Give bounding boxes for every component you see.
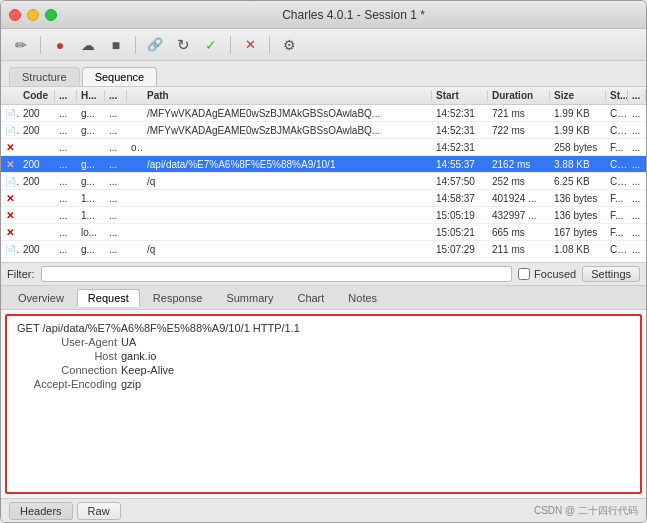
row-start: 15:05:21 bbox=[432, 227, 488, 238]
delete-icon[interactable]: ✕ bbox=[238, 34, 262, 56]
row-dots2: ... bbox=[105, 176, 127, 187]
tab-structure[interactable]: Structure bbox=[9, 67, 80, 86]
close-button[interactable] bbox=[9, 9, 21, 21]
toolbar: ✏ ● ☁ ■ 🔗 ↻ ✓ ✕ ⚙ bbox=[1, 29, 646, 61]
row-icon: 📄 bbox=[1, 244, 19, 255]
row-dots2: ... bbox=[105, 210, 127, 221]
row-status: F... bbox=[606, 210, 628, 221]
stop-icon[interactable]: ■ bbox=[104, 34, 128, 56]
header-val-accept-encoding: gzip bbox=[121, 378, 141, 390]
tab-notes[interactable]: Notes bbox=[337, 289, 388, 307]
table-row[interactable]: 📄 200 ... g... ... /q 15:07:29 211 ms 1.… bbox=[1, 241, 646, 258]
title-bar: Charles 4.0.1 - Session 1 * bbox=[1, 1, 646, 29]
row-duration: 432997 ... bbox=[488, 210, 550, 221]
row-duration: 721 ms bbox=[488, 108, 550, 119]
table-row[interactable]: ✕ ... ... o... 14:52:31 258 bytes F... .… bbox=[1, 139, 646, 156]
header-val-user-agent: UA bbox=[121, 336, 136, 348]
toolbar-separator-3 bbox=[230, 36, 231, 54]
maximize-button[interactable] bbox=[45, 9, 57, 21]
row-path: /MFYwVKADAgEAME0wSzBJMAkGBSsOAwlaBQ... bbox=[143, 108, 432, 119]
header-key-host: Host bbox=[17, 350, 117, 362]
link-icon[interactable]: 🔗 bbox=[143, 34, 167, 56]
filter-input[interactable] bbox=[41, 266, 513, 282]
tab-response[interactable]: Response bbox=[142, 289, 214, 307]
row-h: 1... bbox=[77, 193, 105, 204]
row-duration: 2162 ms bbox=[488, 159, 550, 170]
tab-raw[interactable]: Raw bbox=[77, 502, 121, 520]
row-status: F... bbox=[606, 227, 628, 238]
main-window: Charles 4.0.1 - Session 1 * ✏ ● ☁ ■ 🔗 ↻ … bbox=[0, 0, 647, 523]
row-icon: ✕ bbox=[1, 159, 19, 170]
watermark-text: CSDN @ 二十四行代码 bbox=[534, 504, 638, 518]
row-code: 200 bbox=[19, 159, 55, 170]
table-row[interactable]: ✕ ... lo... ... 15:05:21 665 ms 167 byte… bbox=[1, 224, 646, 241]
row-dots3: ... bbox=[628, 108, 646, 119]
row-dots2: ... bbox=[105, 125, 127, 136]
row-h: g... bbox=[77, 125, 105, 136]
row-dots3: ... bbox=[628, 210, 646, 221]
row-icon: ✕ bbox=[1, 210, 19, 221]
row-path: /q bbox=[143, 176, 432, 187]
refresh-icon[interactable]: ↻ bbox=[171, 34, 195, 56]
row-h: 1... bbox=[77, 210, 105, 221]
row-path: /q bbox=[143, 244, 432, 255]
row-icon: ✕ bbox=[1, 193, 19, 204]
table-row[interactable]: ✕ ... 1... ... 14:58:37 401924 ... 136 b… bbox=[1, 190, 646, 207]
table-row[interactable]: 📄 200 ... g... ... /MFYwVKADAgEAME0wSzBJ… bbox=[1, 122, 646, 139]
row-dots1: ... bbox=[55, 244, 77, 255]
th-duration: Duration bbox=[488, 90, 550, 101]
settings-button[interactable]: Settings bbox=[582, 266, 640, 282]
th-code: Code bbox=[19, 90, 55, 101]
window-title: Charles 4.0.1 - Session 1 * bbox=[69, 8, 638, 22]
tab-chart[interactable]: Chart bbox=[286, 289, 335, 307]
focused-checkbox[interactable] bbox=[518, 268, 530, 280]
header-key-accept-encoding: Accept-Encoding bbox=[17, 378, 117, 390]
top-tab-bar: Structure Sequence bbox=[1, 61, 646, 87]
th-path: Path bbox=[143, 90, 432, 101]
minimize-button[interactable] bbox=[27, 9, 39, 21]
pencil-icon[interactable]: ✏ bbox=[9, 34, 33, 56]
tab-sequence[interactable]: Sequence bbox=[82, 67, 158, 86]
bottom-tab-bar: Headers Raw CSDN @ 二十四行代码 bbox=[1, 498, 646, 522]
row-status: C... bbox=[606, 108, 628, 119]
focused-label: Focused bbox=[534, 268, 576, 280]
row-start: 15:05:19 bbox=[432, 210, 488, 221]
row-dots1: ... bbox=[55, 176, 77, 187]
row-icon: ✕ bbox=[1, 227, 19, 238]
table-row[interactable]: 📄 200 ... g... ... /q 14:57:50 252 ms 6.… bbox=[1, 173, 646, 190]
toolbar-separator bbox=[40, 36, 41, 54]
row-size: 167 bytes bbox=[550, 227, 606, 238]
row-path: /MFYwVKADAgEAME0wSzBJMAkGBSsOAwlaBQ... bbox=[143, 125, 432, 136]
tab-request[interactable]: Request bbox=[77, 289, 140, 307]
row-start: 14:55:37 bbox=[432, 159, 488, 170]
row-status: C... bbox=[606, 125, 628, 136]
request-method-line: GET /api/data/%E7%A6%8F%E5%88%A9/10/1 HT… bbox=[17, 322, 630, 334]
row-dots3: ... bbox=[628, 176, 646, 187]
table-row[interactable]: 📄 200 ... g... ... /MFYwVKADAgEAME0wSzBJ… bbox=[1, 105, 646, 122]
th-start: Start bbox=[432, 90, 488, 101]
bottom-tab-group: Headers Raw bbox=[9, 502, 121, 520]
filter-bar: Filter: Focused Settings bbox=[1, 262, 646, 286]
tab-headers[interactable]: Headers bbox=[9, 502, 73, 520]
tab-summary[interactable]: Summary bbox=[215, 289, 284, 307]
table-row[interactable]: ✕ ... 1... ... 15:05:19 432997 ... 136 b… bbox=[1, 207, 646, 224]
check-icon[interactable]: ✓ bbox=[199, 34, 223, 56]
request-method-text: GET /api/data/%E7%A6%8F%E5%88%A9/10/1 HT… bbox=[17, 322, 300, 334]
tab-overview[interactable]: Overview bbox=[7, 289, 75, 307]
row-duration: 211 ms bbox=[488, 244, 550, 255]
toolbar-separator-4 bbox=[269, 36, 270, 54]
table-header-row: Code ... H... ... Path Start Duration Si… bbox=[1, 87, 646, 105]
row-start: 14:58:37 bbox=[432, 193, 488, 204]
row-dots3: ... bbox=[628, 244, 646, 255]
record-icon[interactable]: ● bbox=[48, 34, 72, 56]
cloud-icon[interactable]: ☁ bbox=[76, 34, 100, 56]
row-size: 1.99 KB bbox=[550, 108, 606, 119]
traffic-lights bbox=[9, 9, 57, 21]
row-code: 200 bbox=[19, 176, 55, 187]
header-val-connection: Keep-Alive bbox=[121, 364, 174, 376]
detail-panel: Overview Request Response Summary Chart … bbox=[1, 286, 646, 522]
row-start: 14:52:31 bbox=[432, 108, 488, 119]
table-row[interactable]: ✕ 200 ... g... ... /api/data/%E7%A6%8F%E… bbox=[1, 156, 646, 173]
settings-icon[interactable]: ⚙ bbox=[277, 34, 301, 56]
row-size: 258 bytes bbox=[550, 142, 606, 153]
